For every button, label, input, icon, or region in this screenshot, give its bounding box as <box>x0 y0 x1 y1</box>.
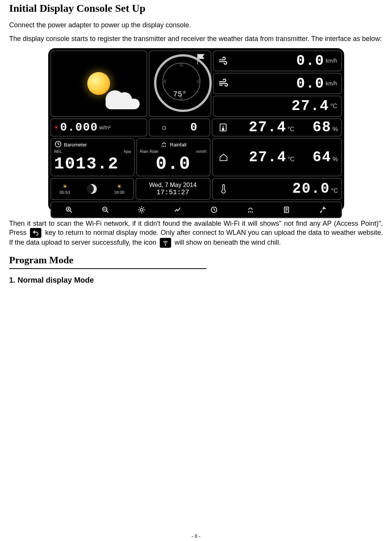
page-number: - 8 - <box>0 533 392 539</box>
barometer-icon <box>54 140 62 149</box>
moon-phase-icon <box>87 184 97 194</box>
history-icon[interactable] <box>282 205 291 215</box>
zoom-out-icon[interactable] <box>101 205 110 215</box>
dewpoint-icon <box>216 182 231 196</box>
wind-speed-tile: 0.0 km/h <box>213 50 342 72</box>
indoor-hum-unit: % <box>332 126 338 133</box>
wind-chill-unit: °C <box>331 103 337 110</box>
normal-display-heading: 1. Normal display Mode <box>9 276 383 285</box>
settings-icon[interactable] <box>318 205 328 215</box>
svg-point-5 <box>140 208 143 211</box>
barometer-label: Barometer <box>64 142 87 148</box>
indoor-icon <box>216 121 231 134</box>
sunset-time: 18:00 <box>114 190 124 195</box>
barometer-sub-left: REL <box>54 149 62 154</box>
compass-w: W <box>162 79 167 84</box>
rain-menu-icon[interactable] <box>246 205 255 215</box>
cloud-icon <box>105 92 140 109</box>
svg-point-1 <box>222 128 224 130</box>
svg-point-8 <box>320 211 321 212</box>
rainfall-sub-right: mm/h <box>196 149 207 154</box>
barometer-panel: Barometer REL hpa 1013.2 <box>50 138 135 176</box>
pressure-icon[interactable] <box>209 205 219 215</box>
datetime-panel: Wed, 7 May 2014 17:51:27 <box>135 178 211 200</box>
indoor-temp-hum-panel: 27.4 °C 68 % <box>212 118 342 137</box>
indoor-temp-unit: °C <box>288 126 294 133</box>
wind-chill-value: 27.4 <box>291 98 329 114</box>
wifi-upload-icon <box>160 238 171 248</box>
sun-icon <box>87 72 110 95</box>
uvi-value: 0 <box>190 121 198 134</box>
wind-chill-tile: 27.4 °C <box>213 96 342 117</box>
rainfall-panel: Rainfall Rain Rate mm/h 0.0 <box>136 138 211 176</box>
wind-speed-value: 0.0 <box>296 53 324 69</box>
dewpoint-unit: °C <box>331 187 338 194</box>
outdoor-hum-unit: % <box>332 156 338 163</box>
display-console: N S E W 75° 0.0 <box>48 48 344 211</box>
wind-speed-unit: km/h <box>326 58 337 64</box>
rainfall-sub-left: Rain Rate <box>140 149 159 154</box>
date-text: Wed, 7 May 2014 <box>149 182 197 189</box>
solar-icon: ☀ <box>54 124 59 131</box>
wind-icon <box>214 55 233 66</box>
wind-gust-unit: km/h <box>326 80 337 86</box>
uvi-icon: ☼ <box>161 123 167 132</box>
rain-icon <box>160 140 168 149</box>
compass-value: 75 <box>173 90 182 99</box>
solar-radiation-panel: ☀ 0.000 w/m² <box>50 118 147 137</box>
outdoor-icon <box>216 150 231 164</box>
gust-icon <box>214 78 233 89</box>
back-key-icon <box>30 228 41 238</box>
solar-value: 0.000 <box>60 121 98 134</box>
compass-n: N <box>179 63 183 68</box>
wind-gust-tile: 0.0 km/h <box>213 73 342 94</box>
zoom-in-icon[interactable] <box>64 205 74 215</box>
compass-e: E <box>197 79 200 84</box>
paragraph-3: Then it start to scan the Wi-Fi network,… <box>9 219 383 248</box>
dewpoint-panel: 20.0 °C <box>212 178 342 200</box>
brightness-icon[interactable] <box>137 205 146 215</box>
paragraph-2: The display console starts to register t… <box>9 34 383 43</box>
barometer-sub-right: hpa <box>124 149 131 154</box>
sunrise-sunset-panel: ☀ 05:53 ☀ 18:00 <box>50 178 134 200</box>
rainfall-value: 0.0 <box>156 154 190 174</box>
compass-unit: ° <box>182 90 187 99</box>
program-mode-heading: Program Mode <box>9 255 383 266</box>
forecast-panel <box>50 50 147 117</box>
graph-icon[interactable] <box>173 205 183 215</box>
compass-panel: N S E W 75° <box>149 50 211 117</box>
rainfall-label: Rainfall <box>170 142 186 148</box>
sunrise-icon: ☀ <box>62 183 68 190</box>
indoor-hum: 68 <box>313 119 332 135</box>
barometer-value: 1013.2 <box>54 154 119 173</box>
page-title: Initial Display Console Set Up <box>9 2 383 14</box>
p3-part-c: will show on beneath the wind chill. <box>175 239 281 246</box>
sunrise-time: 05:53 <box>60 190 70 195</box>
paragraph-1: Connect the power adapter to power up th… <box>9 20 383 30</box>
wind-gust-value: 0.0 <box>296 75 324 92</box>
svg-point-9 <box>165 245 166 246</box>
outdoor-temp-hum-panel: 27.4 °C 64 % <box>212 138 342 176</box>
dewpoint-value: 20.0 <box>292 181 330 197</box>
indoor-temp: 27.4 <box>249 119 286 135</box>
outdoor-temp: 27.4 <box>249 149 287 165</box>
outdoor-temp-unit: °C <box>288 156 294 163</box>
time-text: 17:51:27 <box>156 189 189 196</box>
outdoor-hum: 64 <box>313 149 332 165</box>
heading-underline <box>9 268 206 269</box>
solar-unit: w/m² <box>99 124 111 131</box>
sunset-icon: ☀ <box>116 183 122 190</box>
uvi-panel: ☼ 0 <box>149 118 210 137</box>
button-bar <box>50 201 342 218</box>
